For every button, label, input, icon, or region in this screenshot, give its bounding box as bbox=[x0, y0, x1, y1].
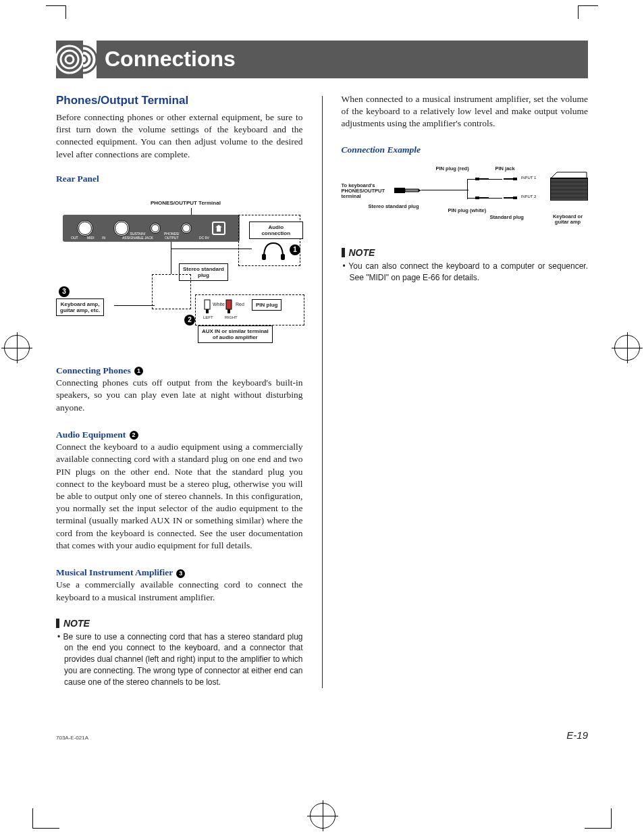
connection-example-heading: Connection Example bbox=[342, 144, 589, 156]
to-keyboard-label: To keyboard's PHONES/OUTPUT terminal bbox=[342, 183, 385, 200]
stereo-plug-icon bbox=[394, 186, 421, 195]
title-band: Connections bbox=[56, 41, 588, 78]
svg-rect-7 bbox=[205, 300, 210, 309]
connecting-phones-body: Connecting phones cuts off output from t… bbox=[56, 377, 303, 414]
amplifier-heading: Musical Instrument Amplifier 3 bbox=[56, 567, 303, 579]
section-title: Phones/Output Terminal bbox=[56, 93, 303, 109]
svg-rect-12 bbox=[405, 189, 419, 192]
plug-icon bbox=[475, 196, 490, 200]
amp-icon bbox=[550, 171, 588, 201]
footer-code: 703A-E-021A bbox=[56, 735, 88, 742]
note-heading: NOTE bbox=[342, 246, 589, 259]
connection-example-diagram: To keyboard's PHONES/OUTPUT terminal PIN… bbox=[342, 165, 589, 233]
left-column: Phones/Output Terminal Before connecting… bbox=[56, 93, 303, 688]
audio-equipment-heading: Audio Equipment 2 bbox=[56, 429, 303, 441]
svg-rect-5 bbox=[262, 254, 266, 260]
amplifier-body: Use a commercially available connecting … bbox=[56, 579, 303, 603]
kb-amp-label: Keyboard amp, guitar amp, etc. bbox=[56, 298, 104, 316]
std-plug-label: Standard plug bbox=[490, 214, 524, 221]
audio-equipment-body: Connect the keyboard to a audio equipmen… bbox=[56, 441, 303, 552]
rear-panel-heading: Rear Panel bbox=[56, 173, 303, 185]
svg-rect-9 bbox=[226, 300, 232, 309]
title-icon bbox=[56, 41, 97, 78]
callout-1: 1 bbox=[290, 244, 300, 255]
stereo-std-label: Stereo standard plug bbox=[369, 203, 419, 210]
amp-label: Keyboard or guitar amp bbox=[547, 214, 588, 226]
callout-3: 3 bbox=[59, 286, 70, 297]
plug-icon bbox=[475, 177, 490, 181]
note-heading: NOTE bbox=[56, 617, 303, 630]
column-separator bbox=[322, 96, 323, 688]
svg-rect-10 bbox=[227, 309, 230, 313]
pin-red-label: PIN plug (red) bbox=[436, 165, 469, 172]
registration-mark-left bbox=[4, 335, 30, 361]
pin-jack-label: PIN jack bbox=[495, 165, 515, 172]
svg-rect-11 bbox=[394, 188, 405, 193]
rear-panel-graphic: OUT MIDI IN SUSTAIN/ ASSIGNABLE JACK PHO… bbox=[63, 215, 240, 242]
right-intro: When connected to a musical instrument a… bbox=[342, 93, 589, 130]
page-title: Connections bbox=[97, 41, 588, 78]
aux-label: AUX IN or similar terminal of audio ampl… bbox=[198, 325, 273, 343]
terminal-label: PHONES/OUTPUT Terminal bbox=[151, 200, 221, 207]
footer: 703A-E-021A E-19 bbox=[56, 729, 588, 742]
right-column: When connected to a musical instrument a… bbox=[342, 93, 589, 688]
page-number: E-19 bbox=[566, 729, 588, 742]
connecting-phones-heading: Connecting Phones 1 bbox=[56, 365, 303, 377]
pin-jack-icon bbox=[502, 196, 517, 200]
note-body: • You can also connect the keyboard to a… bbox=[342, 261, 589, 284]
pin-white-label: PIN plug (white) bbox=[448, 207, 487, 214]
note-body: • Be sure to use a connecting cord that … bbox=[56, 631, 303, 688]
pin-plug-label: PIN plug bbox=[252, 299, 281, 311]
headphones-icon bbox=[261, 240, 286, 261]
audio-connection-label: Audio connection bbox=[249, 221, 303, 239]
page: Connections Phones/Output Terminal Befor… bbox=[56, 0, 588, 776]
intro-text: Before connecting phones or other extern… bbox=[56, 111, 303, 161]
rear-panel-diagram: PHONES/OUTPUT Terminal OUT MIDI IN SUSTA… bbox=[56, 194, 303, 350]
svg-rect-6 bbox=[281, 254, 285, 260]
pin-jack-icon bbox=[502, 177, 517, 181]
svg-rect-8 bbox=[206, 309, 209, 313]
callout-2: 2 bbox=[184, 315, 195, 325]
registration-mark-right bbox=[614, 335, 640, 361]
